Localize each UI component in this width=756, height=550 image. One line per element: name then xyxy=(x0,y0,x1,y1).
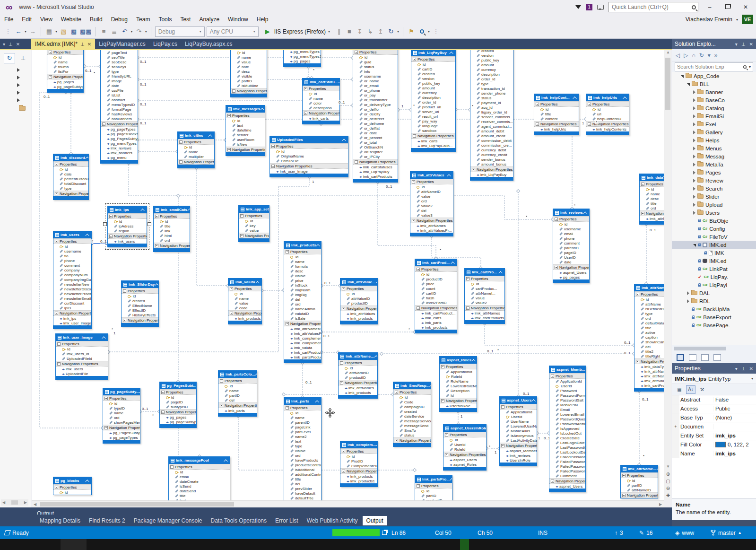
entity-property[interactable]: caption xyxy=(634,335,664,340)
entity-property[interactable]: id xyxy=(284,254,321,259)
collapsed-arrow-icon[interactable] xyxy=(693,211,695,215)
entity-property[interactable]: productID xyxy=(415,498,452,500)
entity-navigation-property[interactable]: ◂▸imk_attrValuesPr... xyxy=(284,331,321,336)
collapse-chevron-icon[interactable] xyxy=(187,209,190,212)
entity-property[interactable]: defaultValue xyxy=(634,321,664,325)
properties-section-header[interactable]: Properties xyxy=(53,161,88,167)
sidebar-item-slider[interactable]: Slider xyxy=(672,192,756,201)
entity-property[interactable]: or_delflat xyxy=(353,126,398,131)
collapse-section-icon[interactable] xyxy=(641,212,644,215)
entity-property[interactable]: sender xyxy=(226,132,265,137)
entity-property[interactable]: language xyxy=(411,123,455,128)
collapse-section-icon[interactable] xyxy=(417,484,420,488)
entity-navigation-property[interactable]: ◂▸imk_attrValues xyxy=(340,311,377,316)
solution-explorer-hscrollbar[interactable] xyxy=(672,345,756,352)
entity-property[interactable]: ipAdress xyxy=(108,224,147,228)
entity-title-bar[interactable]: imk_SliderDay xyxy=(122,281,158,288)
entity-title-bar[interactable]: imk_parts xyxy=(284,398,321,405)
collapse-chevron-icon[interactable] xyxy=(260,108,264,112)
entity-property[interactable]: hasBanners xyxy=(101,116,138,121)
entity-property[interactable]: helpContentID xyxy=(586,116,629,121)
properties-section-header[interactable]: Properties xyxy=(443,432,486,437)
entity-property[interactable]: orFreighter xyxy=(353,149,398,154)
navigation-section-header[interactable]: Navigation Properties xyxy=(340,306,377,311)
navigation-section-header[interactable]: Navigation Properties xyxy=(239,233,269,238)
entity-property[interactable]: comment xyxy=(53,263,91,268)
entity-title-bar[interactable]: imk_helpUrls xyxy=(586,94,629,101)
entity-property[interactable]: pay_way xyxy=(411,119,455,123)
entity-UploadedFiles[interactable]: UploadedFilesPropertiesIdOriginalNamePat… xyxy=(269,136,348,177)
entity-property[interactable]: companyNum xyxy=(53,272,91,277)
entity-imk_parts[interactable]: imk_partsPropertiesidnameparentIDpageLin… xyxy=(284,397,322,500)
collapse-chevron-icon[interactable] xyxy=(102,336,105,340)
menu-window[interactable]: Window xyxy=(224,15,252,24)
entity-property[interactable]: id xyxy=(640,187,664,192)
property-pages-icon[interactable]: ⚒ xyxy=(697,385,707,394)
collapse-section-icon[interactable] xyxy=(551,480,554,483)
entity-property[interactable]: UploadedFileId xyxy=(56,356,108,361)
entity-property[interactable]: campaignID xyxy=(393,404,431,409)
sidebar-item-config[interactable]: C#Config xyxy=(672,225,756,233)
entity-property[interactable]: name xyxy=(178,149,214,154)
entity-property[interactable]: product_url xyxy=(411,105,455,109)
entity-imk_users[interactable]: imk_usersPropertiesidusernamefiophonecom… xyxy=(53,231,92,329)
entity-imk_LiqPayBuy[interactable]: imk_LiqPayBuyPropertiesidcartIDcreatedve… xyxy=(411,49,456,152)
collapse-section-icon[interactable] xyxy=(412,219,415,222)
entity-title-bar[interactable]: imk_LiqPayBuy xyxy=(411,49,455,56)
entity-property[interactable]: created xyxy=(122,298,158,303)
tree-expand-icon[interactable] xyxy=(17,76,20,79)
entity-property[interactable]: phone xyxy=(553,236,589,241)
property-row-entity-set[interactable]: Entity Setimk_ips xyxy=(672,431,756,440)
entity-property[interactable]: or_phone xyxy=(353,88,398,93)
entity-property[interactable]: or_transmitter xyxy=(353,97,398,102)
navigation-section-header[interactable]: Navigation Properties xyxy=(122,317,158,323)
collapse-section-icon[interactable] xyxy=(413,134,416,138)
back-dropdown-icon[interactable]: ▾ xyxy=(25,29,26,34)
entity-property[interactable]: parentID xyxy=(284,420,321,425)
properties-section-header[interactable]: Properties xyxy=(465,276,504,281)
entity-property[interactable]: LastLockoutDate xyxy=(549,450,585,454)
entity-property[interactable]: imk_users_id xyxy=(56,351,108,356)
minimize-button[interactable]: – xyxy=(703,4,716,10)
properties-section-header[interactable]: Properties xyxy=(340,448,377,454)
tab-close-icon[interactable]: ✕ xyxy=(87,42,91,47)
selection-handle[interactable] xyxy=(148,222,151,226)
entity-navigation-property[interactable]: ◂▸aspnet_Users xyxy=(549,484,585,489)
property-value[interactable]: imk_ips xyxy=(713,433,756,438)
entity-property[interactable]: id xyxy=(415,272,457,277)
restart-dropdown-icon[interactable]: ▾ xyxy=(397,29,399,34)
entity-property[interactable]: id xyxy=(218,384,257,388)
entity-navigation-property[interactable]: ◂▸pg_pages xyxy=(160,415,196,419)
entity-property[interactable]: value xyxy=(231,60,267,64)
property-value[interactable]: False xyxy=(713,397,756,402)
entity-navigation-property[interactable]: ◂▸imk_user_image xyxy=(53,321,91,325)
entity-property[interactable]: sender_commiss... xyxy=(470,114,513,119)
entity-title-bar[interactable]: imk_helpCont... xyxy=(534,94,579,101)
navigation-section-header[interactable]: Navigation Properties xyxy=(56,361,108,367)
entity-property[interactable]: server_url xyxy=(411,109,455,114)
entity-property[interactable]: datetime xyxy=(226,128,265,132)
collapse-section-icon[interactable] xyxy=(551,375,554,378)
entity-navigation-property[interactable]: ◂▸imk_parts xyxy=(415,320,457,325)
entity-property[interactable]: status xyxy=(470,96,513,100)
collapse-section-icon[interactable] xyxy=(536,122,539,126)
entity-property[interactable]: ApplicationId xyxy=(500,410,537,414)
sidebar-item-messag[interactable]: Messag xyxy=(672,152,756,160)
collapse-section-icon[interactable] xyxy=(57,362,61,366)
collapse-chevron-icon[interactable] xyxy=(315,400,319,404)
property-value[interactable]: (None) xyxy=(713,415,756,420)
entity-navigation-property[interactable]: ◂▸aspnet_Users xyxy=(553,270,589,275)
entity-property[interactable]: prevSlider xyxy=(284,486,321,491)
entity-property[interactable]: transaction_id xyxy=(470,86,513,91)
collapse-section-icon[interactable] xyxy=(441,399,444,402)
properties-section-header[interactable]: Properties xyxy=(108,213,147,219)
entity-navigation-property[interactable]: ◂▸imk_LiqPayBuy xyxy=(470,172,513,177)
collapse-chevron-icon[interactable] xyxy=(338,81,339,85)
entity-property[interactable]: title2 xyxy=(634,349,664,354)
entity-property[interactable]: id xyxy=(340,291,377,296)
entity-property[interactable]: Id xyxy=(440,393,477,398)
collapse-section-icon[interactable] xyxy=(55,163,58,166)
entity-property[interactable]: newsletterDisco... xyxy=(53,287,91,291)
entity-property[interactable]: ord xyxy=(154,238,190,243)
navigation-section-header[interactable]: Navigation Properties xyxy=(226,147,265,152)
